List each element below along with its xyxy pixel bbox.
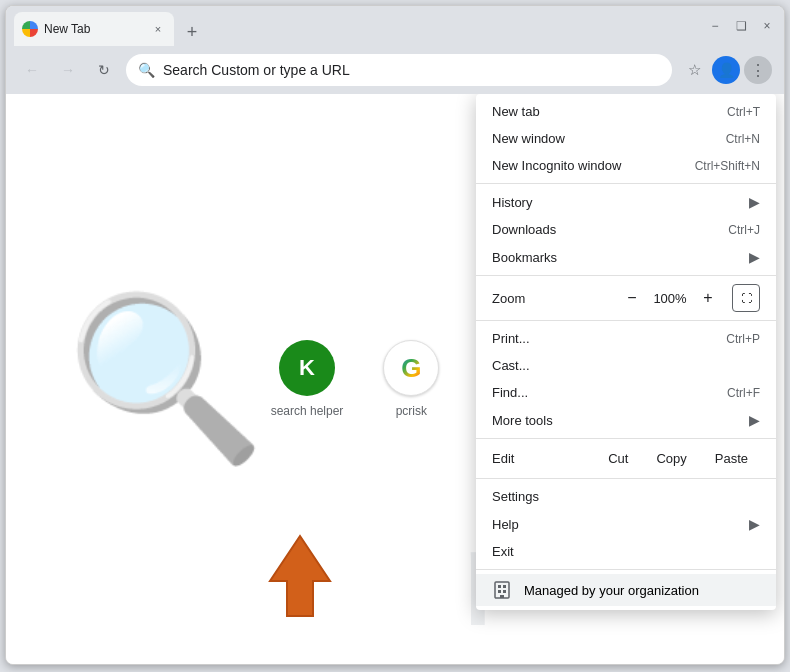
paste-button[interactable]: Paste — [703, 447, 760, 470]
reload-button[interactable]: ↻ — [90, 56, 118, 84]
building-icon — [492, 580, 512, 600]
browser-window: New Tab × + − ❑ × ← → ↻ 🔍 Search Custom … — [5, 5, 785, 665]
zoom-label: Zoom — [492, 291, 616, 306]
back-icon: ← — [25, 62, 39, 78]
svg-rect-2 — [498, 585, 501, 588]
menu-item-settings[interactable]: Settings — [476, 483, 776, 510]
forward-icon: → — [61, 62, 75, 78]
tab-title: New Tab — [44, 22, 144, 36]
dots-icon: ⋮ — [750, 61, 767, 80]
chrome-menu-button[interactable]: ⋮ — [744, 56, 772, 84]
profile-icon-symbol: 👤 — [718, 62, 735, 78]
tab-close-button[interactable]: × — [150, 21, 166, 37]
bookmark-button[interactable]: ☆ — [680, 56, 708, 84]
search-helper-icon: K — [279, 340, 335, 396]
menu-item-help[interactable]: Help ▶ — [476, 510, 776, 538]
zoom-value: 100% — [648, 291, 692, 306]
arrow-svg — [255, 531, 345, 621]
maximize-button[interactable]: ❑ — [732, 17, 750, 35]
close-button[interactable]: × — [758, 17, 776, 35]
tab-favicon — [22, 21, 38, 37]
divider-6 — [476, 569, 776, 570]
edit-buttons: Cut Copy Paste — [596, 447, 760, 470]
menu-item-new-tab[interactable]: New tab Ctrl+T — [476, 98, 776, 125]
menu-item-print[interactable]: Print... Ctrl+P — [476, 325, 776, 352]
fullscreen-button[interactable]: ⛶ — [732, 284, 760, 312]
svg-rect-4 — [498, 590, 501, 593]
menu-item-new-window[interactable]: New window Ctrl+N — [476, 125, 776, 152]
divider-4 — [476, 438, 776, 439]
window-controls: − ❑ × — [706, 17, 776, 35]
profile-button[interactable]: 👤 — [712, 56, 740, 84]
context-menu: New tab Ctrl+T New window Ctrl+N New Inc… — [476, 94, 776, 610]
menu-item-bookmarks[interactable]: Bookmarks ▶ — [476, 243, 776, 271]
menu-item-more-tools[interactable]: More tools ▶ — [476, 406, 776, 434]
minimize-button[interactable]: − — [706, 17, 724, 35]
copy-button[interactable]: Copy — [644, 447, 698, 470]
pcrisk-icon-item[interactable]: G pcrisk — [383, 340, 439, 418]
svg-rect-6 — [500, 595, 504, 598]
pcrisk-label: pcrisk — [396, 404, 427, 418]
reload-icon: ↻ — [98, 62, 110, 78]
title-bar: New Tab × + − ❑ × — [6, 6, 784, 46]
address-input[interactable]: 🔍 Search Custom or type a URL — [126, 54, 672, 86]
menu-item-history[interactable]: History ▶ — [476, 188, 776, 216]
menu-item-find[interactable]: Find... Ctrl+F — [476, 379, 776, 406]
search-text: Search Custom or type a URL — [163, 62, 660, 78]
page-icons-container: K search helper G pcrisk — [271, 340, 440, 418]
divider-5 — [476, 478, 776, 479]
arrow-pointer — [255, 531, 345, 624]
pcrisk-icon: G — [383, 340, 439, 396]
zoom-in-button[interactable]: + — [692, 284, 724, 312]
svg-rect-3 — [503, 585, 506, 588]
divider-2 — [476, 275, 776, 276]
page-content: pisk 🔍 K search helper G pcrisk New tab — [6, 94, 784, 664]
active-tab[interactable]: New Tab × — [14, 12, 174, 46]
search-helper-label: search helper — [271, 404, 344, 418]
edit-label: Edit — [492, 451, 596, 466]
zoom-controls: − 100% + — [616, 284, 724, 312]
divider-1 — [476, 183, 776, 184]
fullscreen-icon: ⛶ — [741, 292, 752, 304]
back-button[interactable]: ← — [18, 56, 46, 84]
managed-by-org-item[interactable]: Managed by your organization — [476, 574, 776, 606]
address-bar: ← → ↻ 🔍 Search Custom or type a URL ☆ 👤 … — [6, 46, 784, 94]
google-g-letter: G — [401, 353, 421, 384]
search-watermark-icon: 🔍 — [66, 285, 266, 473]
new-tab-button[interactable]: + — [178, 18, 206, 46]
divider-3 — [476, 320, 776, 321]
svg-rect-5 — [503, 590, 506, 593]
address-bar-actions: ☆ 👤 ⋮ — [680, 56, 772, 84]
menu-item-new-incognito[interactable]: New Incognito window Ctrl+Shift+N — [476, 152, 776, 179]
svg-marker-8 — [270, 536, 330, 616]
managed-by-org-label: Managed by your organization — [524, 583, 760, 598]
menu-item-cast[interactable]: Cast... — [476, 352, 776, 379]
cut-button[interactable]: Cut — [596, 447, 640, 470]
search-icon: 🔍 — [138, 62, 155, 78]
menu-item-exit[interactable]: Exit — [476, 538, 776, 565]
edit-row: Edit Cut Copy Paste — [476, 443, 776, 474]
tabs-area: New Tab × + — [14, 6, 702, 46]
zoom-row: Zoom − 100% + ⛶ — [476, 280, 776, 316]
forward-button[interactable]: → — [54, 56, 82, 84]
search-helper-icon-item[interactable]: K search helper — [271, 340, 344, 418]
zoom-out-button[interactable]: − — [616, 284, 648, 312]
svg-marker-7 — [270, 536, 330, 616]
menu-item-downloads[interactable]: Downloads Ctrl+J — [476, 216, 776, 243]
